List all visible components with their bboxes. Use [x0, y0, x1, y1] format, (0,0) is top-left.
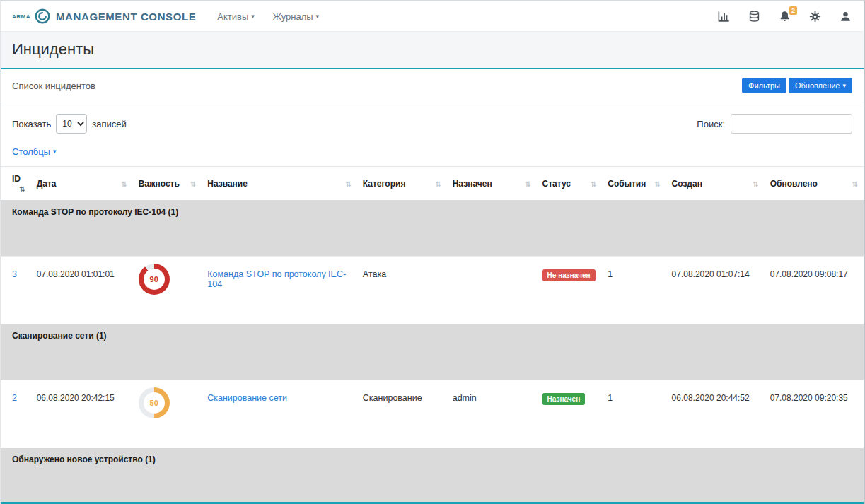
status-badge: Назначен — [542, 393, 586, 405]
col-header-label: Категория — [363, 179, 406, 189]
main-menu: Активы ▾ Журналы ▾ — [217, 11, 319, 22]
user-profile-icon[interactable] — [839, 10, 852, 23]
incident-events-count: 1 — [602, 380, 666, 449]
col-header-label: ID — [12, 174, 21, 184]
status-badge: Не назначен — [542, 269, 596, 281]
panel-title: Список инцидентов — [12, 81, 95, 91]
severity-donut: 50 — [139, 387, 170, 418]
search-input[interactable] — [731, 114, 852, 134]
incident-created: 07.08.2020 01:07:14 — [666, 257, 765, 325]
col-header-id[interactable]: ID⇅ — [1, 167, 31, 201]
management-console-window: ARMA MANAGEMENT CONSOLE Активы ▾ Журналы… — [0, 0, 865, 504]
col-header-date[interactable]: Дата⇅ — [31, 167, 133, 201]
page-title-bar: Инциденты — [1, 32, 864, 69]
col-header-name[interactable]: Название⇅ — [202, 167, 357, 201]
col-header-updated[interactable]: Обновлено⇅ — [765, 167, 864, 201]
group-row: Обнаружено новое устройство (1) — [1, 448, 864, 504]
col-header-assignee[interactable]: Назначен⇅ — [447, 167, 537, 201]
notifications-bell[interactable]: 2 — [778, 10, 791, 23]
brand-logo[interactable]: ARMA MANAGEMENT CONSOLE — [12, 8, 196, 25]
incident-date: 07.08.2020 01:01:01 — [31, 257, 133, 325]
sort-icon: ⇅ — [852, 180, 858, 188]
incident-updated: 07.08.2020 09:08:17 — [765, 257, 864, 325]
show-label: Показать — [12, 119, 51, 129]
incident-id-link[interactable]: 3 — [12, 269, 17, 279]
menu-journals[interactable]: Журналы ▾ — [273, 11, 319, 22]
settings-gear-icon[interactable] — [808, 10, 822, 23]
severity-value: 90 — [139, 264, 170, 295]
col-header-label: Важность — [139, 179, 180, 189]
records-label: записей — [92, 119, 126, 129]
col-header-label: События — [608, 179, 646, 189]
database-icon[interactable] — [748, 10, 761, 23]
incident-events-count: 1 — [602, 257, 666, 325]
filters-button-label: Фильтры — [748, 81, 780, 90]
col-header-label: Название — [207, 179, 248, 189]
sort-icon: ⇅ — [190, 180, 196, 188]
search-control: Поиск: — [697, 114, 852, 134]
incident-category: Атака — [357, 257, 447, 325]
col-header-events[interactable]: События⇅ — [602, 167, 666, 201]
columns-row: Столбцы ▾ — [1, 136, 864, 166]
brand-prefix-label: ARMA — [12, 13, 30, 20]
col-header-label: Статус — [542, 179, 571, 189]
group-row: Сканирование сети (1) — [1, 324, 864, 380]
col-header-label: Назначен — [453, 179, 492, 189]
col-header-created[interactable]: Создан⇅ — [666, 167, 765, 201]
sort-icon: ⇅ — [654, 180, 660, 188]
page-size-select[interactable]: 10 — [56, 114, 87, 134]
menu-assets[interactable]: Активы ▾ — [217, 11, 255, 22]
incident-updated: 07.08.2020 09:20:35 — [765, 380, 864, 449]
menu-assets-label: Активы — [217, 11, 248, 22]
page-title: Инциденты — [12, 40, 852, 59]
table-controls: Показать 10 записей Поиск: — [1, 102, 864, 136]
chart-icon[interactable] — [717, 10, 731, 23]
panel-actions: Фильтры Обновление ▾ — [742, 78, 852, 93]
panel-header: Список инцидентов Фильтры Обновление ▾ — [1, 69, 864, 102]
search-label: Поиск: — [697, 119, 725, 129]
col-header-label: Создан — [672, 179, 702, 189]
sort-icon: ⇅ — [435, 180, 441, 188]
table-row: 2 06.08.2020 20:42:15 50 Сканирование се… — [1, 380, 864, 449]
group-row: Команда STOP по протоколу IEC-104 (1) — [1, 201, 864, 257]
brand-title: MANAGEMENT CONSOLE — [56, 11, 196, 23]
caret-down-icon: ▾ — [316, 13, 320, 20]
incident-name-link[interactable]: Команда STOP по протоколу IEC-104 — [207, 269, 346, 289]
notification-count-badge: 2 — [789, 6, 797, 16]
incidents-table: ID⇅ Дата⇅ Важность⇅ Название⇅ Категория⇅… — [1, 166, 864, 504]
top-navbar: ARMA MANAGEMENT CONSOLE Активы ▾ Журналы… — [1, 1, 864, 32]
incident-id-link[interactable]: 2 — [12, 393, 17, 403]
caret-down-icon: ▾ — [53, 148, 57, 155]
table-header-row: ID⇅ Дата⇅ Важность⇅ Название⇅ Категория⇅… — [1, 167, 864, 201]
col-header-status[interactable]: Статус⇅ — [537, 167, 603, 201]
severity-value: 50 — [139, 387, 170, 418]
columns-link-label: Столбцы — [12, 146, 50, 157]
sort-icon: ⇅ — [525, 180, 530, 188]
columns-dropdown-link[interactable]: Столбцы ▾ — [12, 146, 57, 157]
caret-down-icon: ▾ — [842, 83, 846, 89]
col-header-label: Дата — [37, 179, 57, 189]
filters-button[interactable]: Фильтры — [742, 78, 786, 93]
sort-icon: ⇅ — [345, 180, 351, 188]
incident-name-link[interactable]: Сканирование сети — [207, 393, 287, 403]
incident-assignee: admin — [447, 380, 537, 449]
refresh-button-label: Обновление — [795, 81, 840, 90]
sort-icon: ⇅ — [121, 180, 127, 188]
incident-date: 06.08.2020 20:42:15 — [31, 380, 133, 449]
arma-logo-icon — [34, 8, 51, 25]
group-label: Команда STOP по протоколу IEC-104 (1) — [1, 201, 864, 257]
navbar-icon-group: 2 — [717, 10, 852, 23]
page-size-control: Показать 10 записей — [12, 114, 127, 134]
caret-down-icon: ▾ — [251, 13, 255, 20]
menu-journals-label: Журналы — [273, 11, 313, 22]
group-label: Обнаружено новое устройство (1) — [1, 448, 864, 504]
sort-icon: ⇅ — [19, 185, 25, 193]
sort-icon: ⇅ — [753, 180, 758, 188]
col-header-category[interactable]: Категория⇅ — [357, 167, 447, 201]
sort-icon: ⇅ — [591, 180, 596, 188]
incident-assignee — [447, 257, 537, 325]
group-label: Сканирование сети (1) — [1, 324, 864, 380]
col-header-label: Обновлено — [770, 179, 818, 189]
refresh-dropdown-button[interactable]: Обновление ▾ — [789, 78, 852, 93]
col-header-severity[interactable]: Важность⇅ — [133, 167, 202, 201]
